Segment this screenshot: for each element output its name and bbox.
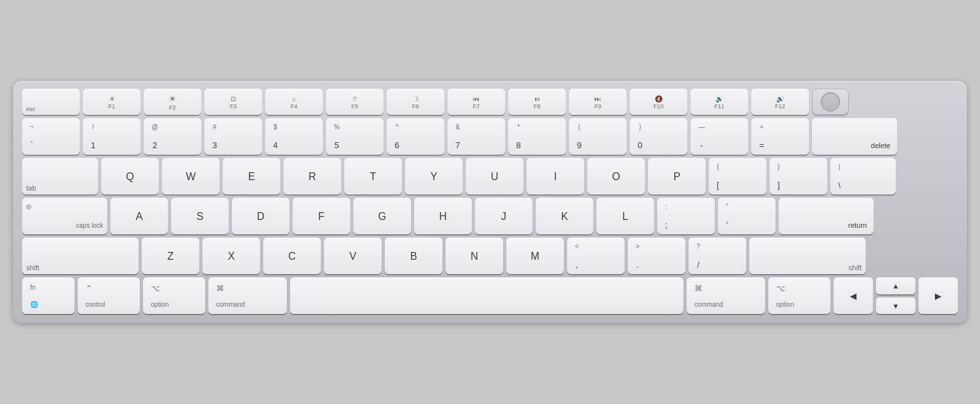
key-backslash[interactable]: | \: [830, 158, 896, 194]
key-o[interactable]: O: [587, 158, 645, 194]
key-z[interactable]: Z: [142, 238, 199, 274]
key-tab[interactable]: tab: [22, 158, 98, 194]
key-y[interactable]: Y: [405, 158, 463, 194]
key-q[interactable]: Q: [101, 158, 159, 194]
key-f7[interactable]: ⏮ F7: [448, 89, 505, 115]
key-slash[interactable]: ? /: [689, 238, 746, 274]
key-h[interactable]: H: [414, 198, 472, 234]
key-v[interactable]: V: [324, 238, 382, 274]
fn-row: esc ☀ F1 ☀ F2 ⊡ F3 ⌕ F4 ⍢ F5 ☽ F6: [22, 89, 958, 115]
key-arrow-up[interactable]: ▲: [876, 277, 915, 294]
key-f6[interactable]: ☽ F6: [387, 89, 444, 115]
qwerty-row: tab Q W E R T Y U I O P: [22, 158, 958, 194]
key-space[interactable]: [290, 277, 683, 314]
key-period[interactable]: > .: [628, 238, 685, 274]
key-l[interactable]: L: [596, 198, 654, 234]
key-f2[interactable]: ☀ F2: [144, 89, 201, 115]
key-f9[interactable]: ⏭ F9: [569, 89, 627, 115]
key-a[interactable]: A: [110, 198, 168, 234]
key-g[interactable]: G: [353, 198, 411, 234]
key-f12[interactable]: 🔊 F12: [751, 89, 809, 115]
key-1[interactable]: ! 1: [83, 118, 140, 155]
key-control[interactable]: ⌃ control: [78, 277, 140, 314]
arrow-ud-container: ▲ ▼: [876, 277, 915, 314]
key-f3[interactable]: ⊡ F3: [204, 89, 262, 115]
key-arrow-right[interactable]: ▶: [919, 277, 958, 314]
num-row: ~ ` ! 1 @ 2 # 3 $ 4: [22, 118, 958, 155]
key-command-right[interactable]: ⌘ command: [687, 277, 765, 314]
key-option-right[interactable]: ⌥ option: [768, 277, 830, 314]
key-p[interactable]: P: [648, 158, 706, 194]
key-semicolon[interactable]: : ;: [657, 198, 715, 234]
key-3[interactable]: # 3: [204, 118, 262, 155]
key-f4[interactable]: ⌕ F4: [265, 89, 323, 115]
key-arrow-left[interactable]: ◀: [834, 277, 873, 314]
key-c[interactable]: C: [263, 238, 321, 274]
key-comma[interactable]: < ,: [567, 238, 625, 274]
key-r[interactable]: R: [284, 158, 341, 194]
key-i[interactable]: I: [527, 158, 584, 194]
key-f5[interactable]: ⍢ F5: [326, 89, 384, 115]
key-option-left[interactable]: ⌥ option: [143, 277, 205, 314]
key-b[interactable]: B: [385, 238, 442, 274]
key-0[interactable]: ) 0: [630, 118, 687, 155]
key-caps-lock[interactable]: caps lock: [22, 198, 107, 234]
key-f8[interactable]: ⏯ F8: [508, 89, 566, 115]
key-return[interactable]: return: [779, 198, 874, 234]
key-equals[interactable]: + =: [751, 118, 809, 155]
key-2[interactable]: @ 2: [144, 118, 201, 155]
touchid-circle: [821, 92, 840, 112]
key-7[interactable]: & 7: [448, 118, 505, 155]
bottom-row: fn 🌐 ⌃ control ⌥ option ⌘ command: [22, 277, 958, 314]
key-f1[interactable]: ☀ F1: [83, 89, 140, 115]
key-t[interactable]: T: [344, 158, 402, 194]
key-esc[interactable]: esc: [22, 89, 80, 115]
key-f11[interactable]: 🔉 F11: [691, 89, 748, 115]
key-4[interactable]: $ 4: [265, 118, 323, 155]
key-s[interactable]: S: [171, 198, 229, 234]
key-lbracket[interactable]: { [: [709, 158, 766, 194]
key-j[interactable]: J: [475, 198, 532, 234]
key-rbracket[interactable]: } ]: [770, 158, 827, 194]
key-w[interactable]: W: [162, 158, 220, 194]
key-backtick[interactable]: ~ `: [22, 118, 80, 155]
key-command-left[interactable]: ⌘ command: [208, 277, 287, 314]
key-k[interactable]: K: [536, 198, 593, 234]
key-touchid[interactable]: [812, 89, 849, 115]
key-d[interactable]: D: [232, 198, 289, 234]
key-6[interactable]: ^ 6: [387, 118, 444, 155]
key-shift-left[interactable]: shift: [22, 238, 139, 274]
key-quote[interactable]: " ': [718, 198, 776, 234]
key-m[interactable]: M: [506, 238, 564, 274]
key-5[interactable]: % 5: [326, 118, 384, 155]
key-arrow-down[interactable]: ▼: [876, 298, 915, 315]
key-delete[interactable]: delete: [812, 118, 897, 155]
key-f[interactable]: F: [293, 198, 350, 234]
key-e[interactable]: E: [223, 158, 280, 194]
key-8[interactable]: * 8: [508, 118, 566, 155]
key-9[interactable]: ( 9: [569, 118, 627, 155]
key-u[interactable]: U: [466, 158, 523, 194]
key-fn[interactable]: fn 🌐: [22, 277, 74, 314]
asdf-row: caps lock A S D F G H J K L :: [22, 198, 958, 234]
key-f10[interactable]: 🔇 F10: [630, 89, 687, 115]
key-x[interactable]: X: [203, 238, 260, 274]
key-minus[interactable]: — -: [691, 118, 748, 155]
caps-lock-indicator: [26, 204, 31, 210]
key-shift-right[interactable]: shift: [749, 238, 866, 274]
zxcv-row: shift Z X C V B N M < ,: [22, 238, 958, 274]
keyboard: esc ☀ F1 ☀ F2 ⊡ F3 ⌕ F4 ⍢ F5 ☽ F6: [13, 81, 967, 323]
key-n[interactable]: N: [446, 238, 503, 274]
